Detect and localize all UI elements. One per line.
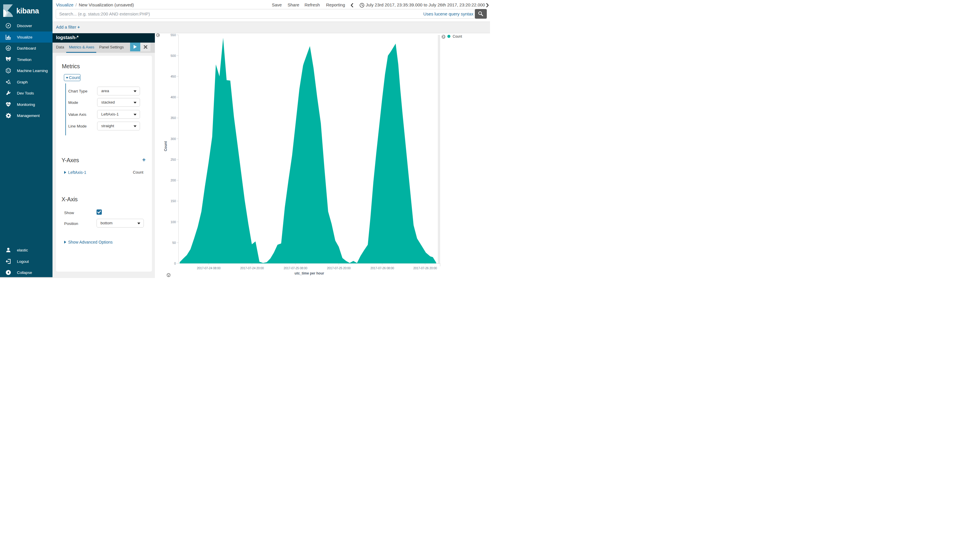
svg-text:500: 500: [171, 54, 176, 57]
svg-text:50: 50: [173, 241, 176, 244]
svg-text:100: 100: [171, 220, 176, 224]
svg-text:2017-07-26 08:00: 2017-07-26 08:00: [370, 266, 394, 270]
svg-text:2017-07-25 20:00: 2017-07-25 20:00: [327, 266, 350, 270]
svg-text:400: 400: [171, 95, 176, 99]
svg-text:150: 150: [171, 199, 176, 203]
svg-text:2017-07-24 08:00: 2017-07-24 08:00: [197, 266, 221, 270]
svg-text:200: 200: [171, 179, 176, 182]
svg-text:Count: Count: [164, 141, 168, 151]
svg-text:350: 350: [171, 116, 176, 120]
svg-text:550: 550: [171, 33, 176, 37]
svg-text:Count: Count: [453, 34, 462, 39]
svg-text:450: 450: [171, 75, 176, 78]
svg-text:utc_time per hour: utc_time per hour: [295, 271, 325, 275]
svg-text:300: 300: [171, 137, 176, 141]
svg-text:250: 250: [171, 158, 176, 161]
svg-text:2017-07-24 20:00: 2017-07-24 20:00: [240, 266, 264, 270]
svg-text:2017-07-26 20:00: 2017-07-26 20:00: [413, 266, 437, 270]
svg-text:2017-07-25 08:00: 2017-07-25 08:00: [284, 266, 307, 270]
svg-text:0: 0: [174, 262, 176, 265]
